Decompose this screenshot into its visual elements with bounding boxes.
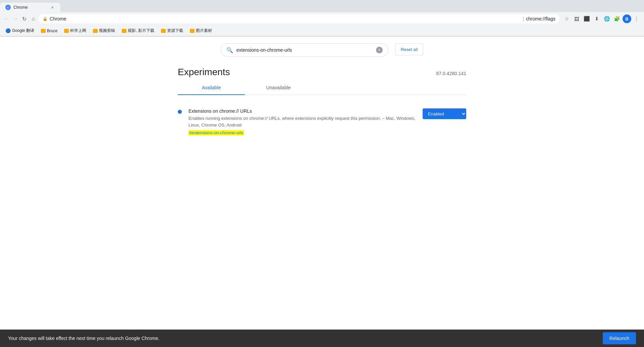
- address-url-text: chrome://flags: [526, 16, 555, 21]
- tab-favicon: C: [5, 5, 11, 10]
- experiments-tabs: Available Unavailable: [178, 81, 466, 95]
- bookmark-keji[interactable]: 科学上网: [61, 27, 89, 35]
- version-text: 87.0.4280.141: [436, 71, 466, 76]
- download-button[interactable]: ⬇: [592, 14, 602, 23]
- folder-icon: [161, 29, 166, 33]
- flag-control[interactable]: Default Enabled Disabled: [423, 108, 466, 119]
- extensions-puzzle-button[interactable]: 🧩: [612, 14, 622, 23]
- folder-icon: [190, 29, 195, 33]
- folder-icon: [41, 29, 46, 33]
- bookmark-bruce[interactable]: Bruce: [38, 27, 60, 35]
- tab-close-btn[interactable]: ✕: [50, 5, 55, 10]
- forward-button[interactable]: →: [12, 14, 19, 23]
- page-content: 🔍 × Reset all Experiments 87.0.4280.141 …: [0, 37, 644, 347]
- folder-icon: [122, 29, 126, 33]
- nav-right-icons: ☆ 🖼 ⬛ ⬇ 🌐 🧩 B ⋮: [562, 14, 641, 23]
- address-separator: |: [523, 16, 524, 21]
- address-icon: 🔒: [43, 16, 48, 21]
- folder-icon: [64, 29, 69, 33]
- bookmark-video-edit[interactable]: 视频剪辑: [90, 27, 118, 35]
- reset-all-button[interactable]: Reset all: [395, 43, 424, 55]
- tab-bar: C Chrome ✕: [0, 0, 644, 12]
- google-translate-icon: 🔵: [5, 28, 11, 33]
- experiments-container: Experiments 87.0.4280.141 Available Unav…: [171, 60, 473, 141]
- bookmark-movies-label: 观影, 影片下载: [128, 28, 154, 34]
- bookmark-movies[interactable]: 观影, 影片下载: [119, 27, 157, 35]
- flag-name: Extensions on chrome:// URLs: [189, 108, 416, 114]
- bookmarks-bar: 🔵 Google 翻译 Bruce 科学上网 视频剪辑 观影, 影片下载 资源下…: [0, 26, 644, 36]
- flag-info: Extensions on chrome:// URLs Enables run…: [189, 108, 416, 136]
- experiments-header: Experiments 87.0.4280.141: [178, 60, 466, 81]
- relaunch-button[interactable]: Relaunch: [603, 332, 636, 344]
- flags-search-area: 🔍 × Reset all: [0, 37, 644, 60]
- search-icon: 🔍: [226, 47, 233, 53]
- tab-title: Chrome: [13, 5, 47, 10]
- search-clear-button[interactable]: ×: [376, 47, 383, 53]
- flag-item: Extensions on chrome:// URLs Enables run…: [178, 103, 466, 141]
- bookmark-star-button[interactable]: ☆: [562, 14, 572, 23]
- flag-anchor-link[interactable]: #extensions-on-chrome-urls: [189, 130, 244, 135]
- bookmark-resources-label: 资源下载: [167, 28, 183, 34]
- bottom-bar-message: Your changes will take effect the next t…: [8, 336, 159, 341]
- profile-avatar[interactable]: B: [623, 14, 631, 23]
- colorful-icon-button[interactable]: 🌐: [602, 14, 612, 23]
- flag-description: Enables running extensions on chrome:// …: [189, 115, 416, 128]
- tab-available[interactable]: Available: [178, 81, 245, 95]
- bottom-bar: Your changes will take effect the next t…: [0, 330, 644, 347]
- browser-chrome: C Chrome ✕ ← → ↻ ⌂ 🔒 Chrome | chrome://f…: [0, 0, 644, 37]
- back-button[interactable]: ←: [3, 14, 10, 23]
- bookmark-images[interactable]: 图片素材: [187, 27, 215, 35]
- bookmark-google-translate[interactable]: 🔵 Google 翻译: [3, 27, 37, 35]
- flag-status-select[interactable]: Default Enabled Disabled: [423, 108, 466, 119]
- extensions-button[interactable]: ⬛: [582, 14, 592, 23]
- reload-button[interactable]: ↻: [21, 14, 29, 23]
- bookmark-resources[interactable]: 资源下载: [158, 27, 186, 35]
- bookmark-google-translate-label: Google 翻译: [12, 28, 34, 34]
- active-tab[interactable]: C Chrome ✕: [0, 3, 60, 12]
- nav-bar: ← → ↻ ⌂ 🔒 Chrome | chrome://flags ☆ 🖼 ⬛ …: [0, 12, 644, 26]
- profile-image-button[interactable]: 🖼: [572, 14, 582, 23]
- bookmark-bruce-label: Bruce: [47, 29, 57, 33]
- page-title: Experiments: [178, 67, 230, 78]
- flag-status-dot: [178, 110, 182, 114]
- bookmark-images-label: 图片素材: [196, 28, 212, 34]
- address-bar[interactable]: 🔒 Chrome | chrome://flags: [39, 14, 559, 23]
- folder-icon: [93, 29, 98, 33]
- bookmark-video-edit-label: 视频剪辑: [99, 28, 115, 34]
- flags-search-input[interactable]: [236, 47, 373, 53]
- menu-button[interactable]: ⋮: [632, 14, 641, 23]
- flags-search-wrapper: 🔍 ×: [221, 43, 388, 57]
- tab-unavailable[interactable]: Unavailable: [245, 81, 312, 95]
- bookmark-keji-label: 科学上网: [70, 28, 86, 34]
- home-button[interactable]: ⌂: [30, 14, 37, 23]
- address-chrome-text: Chrome: [50, 16, 521, 21]
